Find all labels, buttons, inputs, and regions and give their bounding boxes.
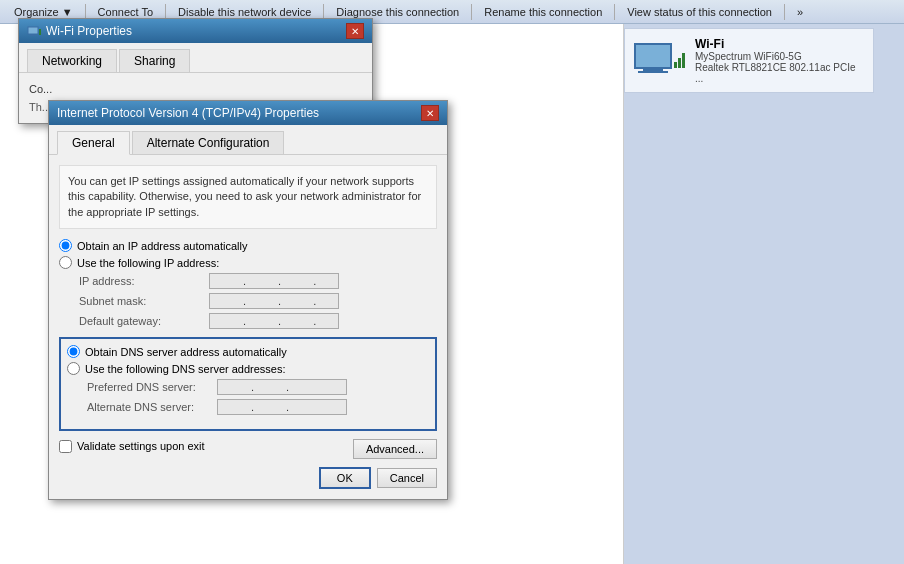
view-status-btn[interactable]: View status of this connection [619, 4, 780, 20]
preferred-dns-field[interactable]: . . [217, 379, 347, 395]
subnet-octet3[interactable] [283, 295, 311, 307]
preferred-dns-label: Preferred DNS server: [87, 381, 217, 393]
wifi-dialog-title: Wi-Fi Properties [46, 24, 132, 38]
svg-rect-2 [638, 71, 668, 73]
svg-rect-7 [30, 34, 36, 36]
titlebar-left: Wi-Fi Properties [27, 24, 132, 38]
dialog-button-row: OK Cancel [59, 467, 437, 489]
adns-octet2[interactable] [256, 401, 284, 413]
auto-dns-label: Obtain DNS server address automatically [85, 346, 287, 358]
dns-fields-group: Preferred DNS server: . . Alternate DNS … [87, 379, 429, 415]
wifi-title-icon [27, 24, 41, 38]
pdns-octet1[interactable] [221, 381, 249, 393]
separator-4 [471, 4, 472, 20]
tcp-dialog-body: You can get IP settings assigned automat… [49, 155, 447, 499]
radio-auto-ip[interactable] [59, 239, 72, 252]
more-btn[interactable]: » [789, 4, 811, 20]
subnet-mask-row: Subnet mask: . . . [79, 293, 437, 309]
ip-address-row: IP address: . . . [79, 273, 437, 289]
alternate-dns-field[interactable]: . . [217, 399, 347, 415]
radio-manual-ip-row[interactable]: Use the following IP address: [59, 256, 437, 269]
ip-octet4[interactable] [318, 275, 346, 287]
validate-label: Validate settings upon exit [77, 440, 205, 452]
ip-octet2[interactable] [248, 275, 276, 287]
wifi-adapter-name: Realtek RTL8821CE 802.11ac PCIe ... [695, 62, 865, 84]
tcp-properties-dialog: Internet Protocol Version 4 (TCP/IPv4) P… [48, 100, 448, 500]
gateway-octet2[interactable] [248, 315, 276, 327]
svg-rect-5 [682, 53, 685, 68]
radio-auto-dns[interactable] [67, 345, 80, 358]
gateway-octet1[interactable] [213, 315, 241, 327]
wifi-info: Wi-Fi MySpectrum WiFi60-5G Realtek RTL88… [695, 37, 865, 84]
gateway-octet4[interactable] [318, 315, 346, 327]
manual-dns-label: Use the following DNS server addresses: [85, 363, 286, 375]
wifi-device-icon [633, 42, 685, 80]
tab-general[interactable]: General [57, 131, 130, 155]
wifi-title: Wi-Fi [695, 37, 865, 51]
pdns-octet3[interactable] [291, 381, 319, 393]
default-gateway-field[interactable]: . . . [209, 313, 339, 329]
cancel-button[interactable]: Cancel [377, 468, 437, 488]
ip-octet3[interactable] [283, 275, 311, 287]
wifi-dialog-titlebar: Wi-Fi Properties ✕ [19, 19, 372, 43]
tab-alternate-config[interactable]: Alternate Configuration [132, 131, 285, 154]
radio-manual-ip[interactable] [59, 256, 72, 269]
dns-section: Obtain DNS server address automatically … [59, 337, 437, 431]
validate-checkbox-row[interactable]: Validate settings upon exit [59, 440, 205, 453]
svg-rect-1 [643, 68, 663, 71]
subnet-octet1[interactable] [213, 295, 241, 307]
svg-rect-4 [678, 58, 681, 68]
separator-6 [784, 4, 785, 20]
advanced-button[interactable]: Advanced... [353, 439, 437, 459]
validate-checkbox[interactable] [59, 440, 72, 453]
connection-label: Co... [29, 83, 362, 95]
subnet-mask-label: Subnet mask: [79, 295, 209, 307]
auto-ip-label: Obtain an IP address automatically [77, 240, 247, 252]
ip-address-label: IP address: [79, 275, 209, 287]
alternate-dns-label: Alternate DNS server: [87, 401, 217, 413]
radio-manual-dns-row[interactable]: Use the following DNS server addresses: [67, 362, 429, 375]
wifi-network-name: MySpectrum WiFi60-5G [695, 51, 865, 62]
subnet-octet4[interactable] [318, 295, 346, 307]
radio-auto-dns-row[interactable]: Obtain DNS server address automatically [67, 345, 429, 358]
tab-networking[interactable]: Networking [27, 49, 117, 72]
tcp-close-button[interactable]: ✕ [421, 105, 439, 121]
ip-octet1[interactable] [213, 275, 241, 287]
subnet-octet2[interactable] [248, 295, 276, 307]
tcp-tab-bar: General Alternate Configuration [49, 125, 447, 155]
wifi-close-button[interactable]: ✕ [346, 23, 364, 39]
wifi-tab-bar: Networking Sharing [19, 43, 372, 73]
radio-manual-dns[interactable] [67, 362, 80, 375]
gateway-octet3[interactable] [283, 315, 311, 327]
ip-fields-group: IP address: . . . Subnet mask: . . [79, 273, 437, 329]
info-box: You can get IP settings assigned automat… [59, 165, 437, 229]
ok-button[interactable]: OK [319, 467, 371, 489]
adns-octet3[interactable] [291, 401, 319, 413]
adns-octet1[interactable] [221, 401, 249, 413]
svg-rect-0 [635, 44, 671, 68]
alternate-dns-row: Alternate DNS server: . . [87, 399, 429, 415]
wifi-panel: Wi-Fi MySpectrum WiFi60-5G Realtek RTL88… [624, 28, 874, 93]
default-gateway-row: Default gateway: . . . [79, 313, 437, 329]
tcp-dialog-titlebar: Internet Protocol Version 4 (TCP/IPv4) P… [49, 101, 447, 125]
tcp-titlebar-left: Internet Protocol Version 4 (TCP/IPv4) P… [57, 106, 319, 120]
tab-sharing[interactable]: Sharing [119, 49, 190, 72]
preferred-dns-row: Preferred DNS server: . . [87, 379, 429, 395]
svg-rect-9 [39, 29, 41, 35]
separator-5 [614, 4, 615, 20]
radio-auto-ip-row[interactable]: Obtain an IP address automatically [59, 239, 437, 252]
rename-btn[interactable]: Rename this connection [476, 4, 610, 20]
manual-ip-label: Use the following IP address: [77, 257, 219, 269]
svg-rect-6 [28, 27, 38, 34]
pdns-octet2[interactable] [256, 381, 284, 393]
subnet-mask-field[interactable]: . . . [209, 293, 339, 309]
tcp-dialog-title: Internet Protocol Version 4 (TCP/IPv4) P… [57, 106, 319, 120]
default-gateway-label: Default gateway: [79, 315, 209, 327]
svg-rect-3 [674, 62, 677, 68]
ip-address-field[interactable]: . . . [209, 273, 339, 289]
wifi-icon-area [633, 42, 685, 80]
